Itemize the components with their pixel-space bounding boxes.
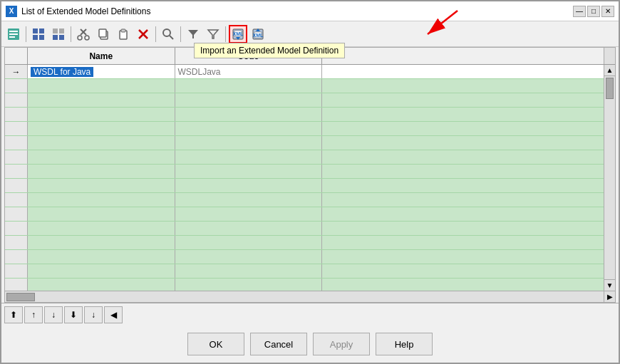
scroll-track[interactable] [604,76,615,279]
table-row[interactable] [5,250,604,264]
svg-rect-9 [39,35,44,40]
table-row[interactable] [5,179,604,193]
cell-name[interactable]: WSDL for Java [28,65,175,78]
close-button[interactable]: ✕ [601,6,614,17]
sep2 [71,26,71,42]
nav-left-btn[interactable]: ◀ [104,306,123,323]
table-row[interactable]: → WSDL for Java WSDLJava [5,65,604,79]
table-row[interactable] [5,93,604,108]
cell-code [175,264,323,278]
cell-name [28,250,175,264]
svg-rect-13 [59,35,64,40]
cell-name [28,79,175,93]
horizontal-scrollbar[interactable]: ▶ [5,291,615,302]
row-indicator: → [5,65,28,78]
table-row[interactable] [5,193,604,207]
svg-rect-3 [9,31,18,32]
table-row[interactable] [5,279,604,291]
row-indicator [5,122,28,135]
grid2-btn[interactable] [49,25,68,43]
vertical-scrollbar[interactable]: ▲ ▼ [604,65,615,291]
row-indicator [5,264,28,278]
cell-code [175,179,323,192]
grid-btn[interactable] [29,25,48,43]
import-btn[interactable]: XML [229,25,247,43]
cell-code [175,207,323,221]
table-row[interactable] [5,79,604,93]
window-icon: X [6,6,17,17]
window-title: List of Extended Model Definitions [21,6,150,16]
cell-code [175,222,323,235]
row-indicator [5,193,28,207]
table-row[interactable] [5,236,604,250]
svg-marker-26 [188,30,198,38]
row-indicator [5,279,28,291]
nav-prev-btn[interactable]: ↑ [24,306,43,323]
export-btn[interactable]: XML [249,25,267,43]
hscroll-thumb[interactable] [6,293,35,301]
row-indicator [5,108,28,121]
cell-code [175,193,323,207]
find-btn[interactable] [159,25,177,43]
table-row[interactable] [5,136,604,150]
th-code: Code [175,48,323,64]
cell-name [28,93,175,107]
svg-rect-8 [33,35,38,40]
cell-code [175,165,323,178]
maximize-button[interactable]: □ [587,6,600,17]
svg-rect-10 [53,28,58,33]
cut-btn[interactable] [74,25,93,43]
filter-btn[interactable] [184,25,202,43]
action-buttons: OK Cancel Apply Help [1,326,619,363]
nav-down2-btn[interactable]: ↓ [84,306,103,323]
scroll-down-btn[interactable]: ▼ [604,279,615,291]
table-row[interactable] [5,108,604,122]
properties-btn[interactable] [4,25,23,43]
delete-btn[interactable] [134,25,153,43]
hscroll-right-btn[interactable]: ▶ [604,291,615,303]
nav-next-btn[interactable]: ↓ [44,306,63,323]
cell-rest [322,65,604,78]
row-indicator [5,250,28,264]
cell-name [28,165,175,178]
scroll-up-btn[interactable]: ▲ [604,65,615,76]
svg-rect-11 [59,28,64,33]
row-indicator [5,150,28,164]
svg-text:XML: XML [253,33,264,38]
minimize-button[interactable]: — [573,6,586,17]
table-row[interactable] [5,122,604,136]
svg-rect-4 [9,33,18,35]
scroll-thumb[interactable] [606,78,614,99]
cell-code [175,250,323,264]
table-body: → WSDL for Java WSDLJava [5,65,604,291]
row-indicator [5,236,28,249]
cell-name [28,264,175,278]
svg-rect-12 [53,35,58,40]
help-button[interactable]: Help [376,333,433,355]
main-window: X List of Extended Model Definitions — □… [0,0,620,364]
filter2-btn[interactable] [204,25,222,43]
svg-point-24 [163,29,170,36]
cell-code [175,279,323,291]
title-bar-controls: — □ ✕ [573,6,614,17]
paste-btn[interactable] [114,25,133,43]
copy-btn[interactable] [94,25,113,43]
table-row[interactable] [5,207,604,222]
cell-name [28,136,175,150]
cell-name [28,150,175,164]
hscroll-track[interactable] [5,291,604,303]
ok-button[interactable]: OK [187,333,244,355]
cell-code [175,236,323,249]
th-name: Name [28,48,175,64]
table-row[interactable] [5,150,604,165]
apply-button[interactable]: Apply [313,333,370,355]
cancel-button[interactable]: Cancel [250,333,307,355]
row-indicator [5,165,28,178]
table-row[interactable] [5,165,604,179]
nav-first-btn[interactable]: ⬆ [4,306,23,323]
svg-point-17 [85,36,89,40]
cell-code [175,150,323,164]
table-row[interactable] [5,222,604,236]
table-row[interactable] [5,264,604,279]
nav-last-btn[interactable]: ⬇ [64,306,83,323]
